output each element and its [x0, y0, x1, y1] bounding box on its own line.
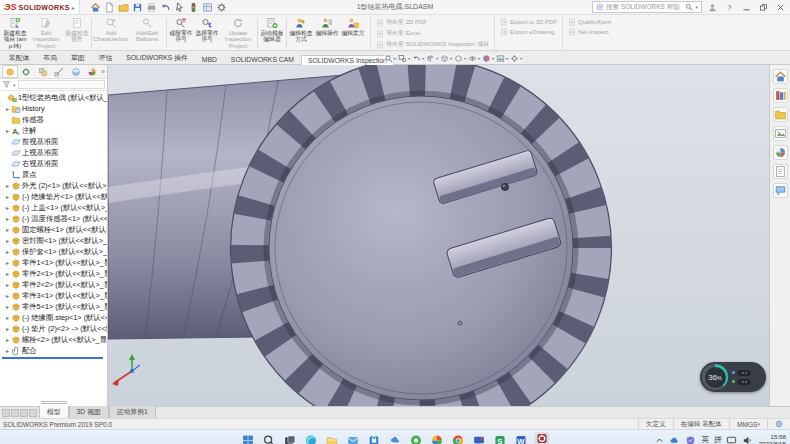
tree-expander-icon[interactable]: ▸	[4, 127, 11, 134]
appearances-scenes-icon[interactable]	[773, 145, 788, 160]
display-cast-icon[interactable]	[726, 435, 737, 444]
login-user-icon[interactable]	[706, 2, 719, 13]
tree-expander-icon[interactable]: ▸	[4, 259, 11, 266]
tree-item[interactable]: ▸固定螺栓<1> (默认<<默认>_显示	[0, 224, 107, 235]
undo-icon[interactable]	[160, 2, 171, 13]
ribbon-button-select-balloons[interactable]: 选择零件序号	[194, 16, 220, 50]
taskbar-app-edge[interactable]	[304, 432, 319, 444]
tree-expander-icon[interactable]: ▸	[4, 281, 11, 288]
tree-item[interactable]: ▸(-) 温度传感器<1> (默认<<默认>_	[0, 213, 107, 224]
taskbar-app-search[interactable]	[262, 432, 277, 444]
fm-tabs-overflow-icon[interactable]: »	[101, 68, 105, 75]
headsup-view-orientation-button[interactable]	[440, 53, 452, 64]
tree-item[interactable]: ▸(-) 绝缘圈.step<1> (默认<<默认>	[0, 312, 107, 323]
headsup-section-view-button[interactable]	[426, 53, 438, 64]
headsup-view-settings-button[interactable]	[510, 53, 522, 64]
tree-item[interactable]: ▸保护套<1> (默认<<默认>_显示状	[0, 246, 107, 257]
command-tab-MBD[interactable]: MBD	[195, 54, 224, 64]
taskbar-clock[interactable]: 15:58 2022/8/15	[758, 433, 786, 444]
filter-funnel-icon[interactable]	[2, 80, 11, 89]
recorder-button-1[interactable]	[732, 370, 751, 376]
onedrive-icon[interactable]	[669, 435, 680, 444]
speaker-icon[interactable]	[742, 435, 753, 444]
tree-item[interactable]: ▸密封圈<1> (默认<<默认>_显示状	[0, 235, 107, 246]
select-cursor-icon[interactable]	[174, 2, 185, 13]
block-hole[interactable]	[501, 183, 508, 190]
solidworks-forum-icon[interactable]	[773, 183, 788, 198]
tree-item[interactable]: 原点	[0, 169, 107, 180]
taskbar-app-cloud-drive[interactable]	[388, 432, 403, 444]
tree-expander-icon[interactable]: ▸	[4, 325, 11, 332]
filter-dropdown-icon[interactable]: ▾	[13, 82, 16, 88]
tree-item[interactable]: ▸零件5<1> (默认<<默认>_显示状态	[0, 301, 107, 312]
tree-item[interactable]: ▸(-) 垫片 (2)<2> -> (默认<<默认>	[0, 323, 107, 334]
tree-item[interactable]: 1型铠装热电偶 (默认<默认_显示状态-1>	[0, 92, 107, 103]
tree-item[interactable]: 右视基准面	[0, 158, 107, 169]
tree-item[interactable]: ▸History	[0, 103, 107, 114]
tree-expander-icon[interactable]: ▸	[4, 270, 11, 277]
command-tab-草图[interactable]: 草图	[64, 51, 92, 64]
headsup-hide-show-items-button[interactable]	[468, 53, 480, 64]
fm-tab-dimxpertmanager[interactable]	[52, 65, 68, 78]
tray-chevron-up-icon[interactable]	[655, 436, 664, 444]
tree-item[interactable]: ▸零件2<1> (默认<<默认>_显示状	[0, 268, 107, 279]
help-search-box[interactable]: 搜索 SOLIDWORKS 帮助 ▾	[592, 1, 702, 13]
taskbar-app-word[interactable]: W	[514, 432, 529, 444]
tree-item[interactable]: ▸外壳 (2)<1> (默认<<默认>_显示状	[0, 180, 107, 191]
tree-expander-icon[interactable]: ▸	[4, 204, 11, 211]
fm-tab-configurationmanager[interactable]	[35, 65, 51, 78]
security-shield-icon[interactable]	[685, 435, 696, 444]
ribbon-button-edit-vendors[interactable]: 编辑卖方	[340, 16, 366, 50]
solidworks-resources-icon[interactable]	[773, 69, 788, 84]
recorder-button-2[interactable]	[732, 379, 751, 385]
command-tab-SOLIDWORKS Inspection[interactable]: SOLIDWORKS Inspection	[301, 55, 394, 65]
taskbar-app-mail[interactable]	[346, 432, 361, 444]
tree-expander-icon[interactable]: ▸	[4, 193, 11, 200]
tree-item[interactable]: ▸零件2<2> (默认<<默认>_显示状	[0, 279, 107, 290]
screen-recorder-widget[interactable]: 36%	[700, 362, 766, 392]
command-tab-布局[interactable]: 布局	[36, 51, 64, 64]
headsup-edit-appearance-button[interactable]	[482, 53, 494, 64]
view-tab-运动算例1[interactable]: 运动算例1	[109, 405, 156, 418]
fm-tab-inspection-manager[interactable]	[85, 65, 101, 78]
tree-item[interactable]: ▸(-) 绝缘垫片<1> (默认<<默认>_显	[0, 191, 107, 202]
tree-item[interactable]: 上视基准面	[0, 147, 107, 158]
graphics-area[interactable]	[108, 65, 769, 406]
tree-filter-input[interactable]	[18, 80, 105, 89]
taskbar-app-solidworks[interactable]	[535, 432, 550, 444]
design-library-icon[interactable]	[773, 88, 788, 103]
taskbar-app-task-view[interactable]	[283, 432, 298, 444]
command-tab-SOLIDWORKS 插件[interactable]: SOLIDWORKS 插件	[119, 51, 195, 64]
search-dropdown-icon[interactable]: ▾	[695, 4, 698, 10]
traffic-light-icon[interactable]	[188, 2, 199, 13]
headsup-display-style-button[interactable]	[454, 53, 466, 64]
panel-resize-grip[interactable]	[0, 398, 107, 406]
tree-expander-icon[interactable]: ▸	[4, 105, 11, 112]
home-icon[interactable]	[90, 2, 101, 13]
taskbar-app-wps[interactable]: S	[493, 432, 508, 444]
status-globe[interactable]	[767, 419, 790, 429]
command-tab-SOLIDWORKS CAM[interactable]: SOLIDWORKS CAM	[224, 54, 301, 64]
tree-expander-icon[interactable]: ▸	[4, 336, 11, 343]
logo-expand-icon[interactable]: ▸	[72, 4, 75, 11]
custom-properties-icon[interactable]	[773, 164, 788, 179]
solidworks-logo[interactable]: ЭS SOLIDWORKS ▸	[0, 0, 80, 14]
recorder-gauge[interactable]: 36%	[702, 364, 728, 390]
taskbar-app-file-explorer[interactable]	[325, 432, 340, 444]
headsup-previous-view-button[interactable]	[412, 53, 424, 64]
tree-item[interactable]: ▸零件3<1> (默认<<默认>_显示状态	[0, 290, 107, 301]
print-icon[interactable]	[146, 2, 157, 13]
3d-model-view[interactable]	[108, 65, 769, 406]
search-icon[interactable]	[685, 3, 693, 11]
fm-tab-displaymanager[interactable]	[68, 65, 84, 78]
tree-item[interactable]: ▸螺栓<2> (默认<<默认>_显示状态	[0, 334, 107, 345]
units-dropdown-icon[interactable]: ▾	[757, 421, 760, 427]
taskbar-app-browser-pinwheel[interactable]	[430, 432, 445, 444]
restore-button[interactable]	[757, 2, 770, 13]
rollback-bar[interactable]	[2, 357, 103, 359]
command-tab-装配体[interactable]: 装配体	[2, 51, 36, 64]
headsup-apply-scene-button[interactable]	[496, 53, 508, 64]
open-icon[interactable]	[118, 2, 129, 13]
view-tab-3D 视图[interactable]: 3D 视图	[69, 405, 109, 418]
headsup-zoom-fit-button[interactable]	[384, 53, 396, 64]
